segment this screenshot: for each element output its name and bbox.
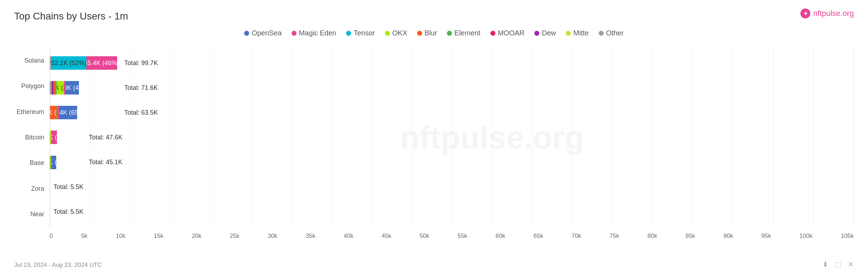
bar-segments: 15.4K (24%)41.4K (65%) xyxy=(50,106,121,119)
legend-label: Blur xyxy=(425,29,437,37)
bar-segment: 28.8K (40%) xyxy=(66,81,79,94)
x-tick: 50k xyxy=(420,233,429,240)
x-tick: 95k xyxy=(761,233,771,240)
y-label-base: Base xyxy=(14,153,44,174)
bars-and-xaxis: 52.1K (52%)45.4K (46%)Total: 99.7K20.5K … xyxy=(50,48,854,241)
bar-segment: 41.4K (65%) xyxy=(59,106,77,119)
bar-row-polygon: 20.5K (29%)28.8K (40%)Total: 71.6K xyxy=(50,78,854,98)
bar-segment: 15.4K (24%) xyxy=(50,106,57,119)
legend-label: Element xyxy=(454,29,480,37)
bar-row-solana: 52.1K (52%)45.4K (46%)Total: 99.7K xyxy=(50,53,854,73)
y-label-zora: Zora xyxy=(14,178,44,199)
x-tick: 75k xyxy=(610,233,619,240)
x-tick: 20k xyxy=(192,233,201,240)
bar-total-label: Total: 5.5K xyxy=(53,183,84,191)
legend-dot xyxy=(534,31,539,36)
download-icon[interactable]: ⬇ xyxy=(822,260,828,269)
x-tick: 0 xyxy=(50,233,53,240)
brand-logo: ✦ nftpulse.org xyxy=(800,8,854,18)
bar-segment: 34.0K (75%) xyxy=(52,156,57,169)
legend-item-tensor: Tensor xyxy=(346,29,375,37)
legend-label: Other xyxy=(606,29,624,37)
legend-item-element: Element xyxy=(447,29,480,37)
bar-row-bitcoin: 39.7K (83%)Total: 47.6K xyxy=(50,128,854,147)
legend-dot xyxy=(292,31,297,36)
x-tick: 30k xyxy=(268,233,277,240)
chart-container: ✦ nftpulse.org Top Chains by Users - 1m … xyxy=(0,0,868,275)
legend-dot xyxy=(417,31,422,36)
x-tick: 15k xyxy=(154,233,163,240)
footer-icons: ⬇ ⬚ ✕ xyxy=(822,260,854,269)
bar-row-zora: Total: 5.5K xyxy=(50,177,854,197)
x-tick: 35k xyxy=(306,233,315,240)
y-label-polygon: Polygon xyxy=(14,76,44,97)
bar-segment: 52.1K (52%) xyxy=(51,56,86,70)
x-axis: 05k10k15k20k25k30k35k40k45k50k55k60k65k7… xyxy=(50,227,854,241)
x-tick: 5k xyxy=(81,233,87,240)
y-label-solana: Solana xyxy=(14,50,44,71)
bar-total-label: Total: 45.1K xyxy=(89,159,122,166)
legend-item-other: Other xyxy=(599,29,624,37)
x-tick: 85k xyxy=(685,233,695,240)
bar-segment: 39.7K (83%) xyxy=(51,131,57,144)
bar-total-label: Total: 63.5K xyxy=(124,109,158,116)
x-tick: 90k xyxy=(724,233,733,240)
close-icon[interactable]: ✕ xyxy=(848,260,854,269)
x-tick: 65k xyxy=(534,233,543,240)
chart-legend: OpenSeaMagic EdenTensorOKXBlurElementMOO… xyxy=(14,29,854,37)
bar-segments: 39.7K (83%) xyxy=(50,131,85,144)
brand-name: nftpulse.org xyxy=(813,9,854,18)
chart-title: Top Chains by Users - 1m xyxy=(14,11,854,22)
legend-dot xyxy=(346,31,351,36)
legend-label: Dew xyxy=(542,29,556,37)
legend-item-blur: Blur xyxy=(417,29,437,37)
legend-item-opensea: OpenSea xyxy=(244,29,282,37)
bar-total-label: Total: 71.6K xyxy=(124,84,158,92)
legend-item-magic-eden: Magic Eden xyxy=(292,29,337,37)
legend-item-okx: OKX xyxy=(385,29,407,37)
y-label-ethereum: Ethereum xyxy=(14,101,44,122)
bar-row-ethereum: 15.4K (24%)41.4K (65%)Total: 63.5K xyxy=(50,103,854,122)
legend-dot xyxy=(244,31,249,36)
legend-item-mooar: MOOAR xyxy=(490,29,525,37)
bar-total-label: Total: 5.5K xyxy=(53,208,84,216)
y-axis-labels: SolanaPolygonEthereumBitcoinBaseZoraNear xyxy=(14,48,50,241)
bar-segment: 20.5K (29%) xyxy=(57,81,64,94)
x-tick: 100k xyxy=(799,233,812,240)
bar-segments: 52.1K (52%)45.4K (46%) xyxy=(50,56,121,70)
legend-dot xyxy=(447,31,452,36)
x-tick: 45k xyxy=(382,233,391,240)
legend-label: Tensor xyxy=(353,29,375,37)
x-tick: 80k xyxy=(648,233,657,240)
bar-segments: 20.5K (29%)28.8K (40%) xyxy=(50,81,121,94)
legend-item-dew: Dew xyxy=(534,29,556,37)
bar-segments: 34.0K (75%) xyxy=(50,156,85,169)
x-ticks: 05k10k15k20k25k30k35k40k45k50k55k60k65k7… xyxy=(50,233,854,240)
x-tick: 70k xyxy=(571,233,581,240)
legend-item-mitte: Mitte xyxy=(566,29,588,37)
bar-total-label: Total: 47.6K xyxy=(89,134,122,141)
bars-rows: 52.1K (52%)45.4K (46%)Total: 99.7K20.5K … xyxy=(50,48,854,227)
x-tick: 105k xyxy=(841,233,854,240)
x-tick: 25k xyxy=(230,233,239,240)
legend-label: Magic Eden xyxy=(299,29,337,37)
bar-row-base: 34.0K (75%)Total: 45.1K xyxy=(50,153,854,172)
footer-date: Jul 23, 2024 - Aug 23, 2024 UTC xyxy=(14,262,102,269)
legend-label: Mitte xyxy=(573,29,588,37)
brand-icon: ✦ xyxy=(800,8,810,18)
legend-dot xyxy=(490,31,495,36)
legend-label: OpenSea xyxy=(252,29,282,37)
x-tick: 60k xyxy=(496,233,505,240)
bar-total-label: Total: 99.7K xyxy=(124,59,158,67)
legend-label: MOOAR xyxy=(498,29,525,37)
share-icon[interactable]: ⬚ xyxy=(835,260,841,269)
y-label-bitcoin: Bitcoin xyxy=(14,127,44,148)
legend-dot xyxy=(385,31,390,36)
bar-row-near: Total: 5.5K xyxy=(50,202,854,222)
legend-label: OKX xyxy=(392,29,407,37)
x-tick: 10k xyxy=(116,233,125,240)
bars-area: 52.1K (52%)45.4K (46%)Total: 99.7K20.5K … xyxy=(50,48,854,227)
y-label-near: Near xyxy=(14,204,44,225)
legend-dot xyxy=(566,31,571,36)
x-tick: 40k xyxy=(344,233,353,240)
